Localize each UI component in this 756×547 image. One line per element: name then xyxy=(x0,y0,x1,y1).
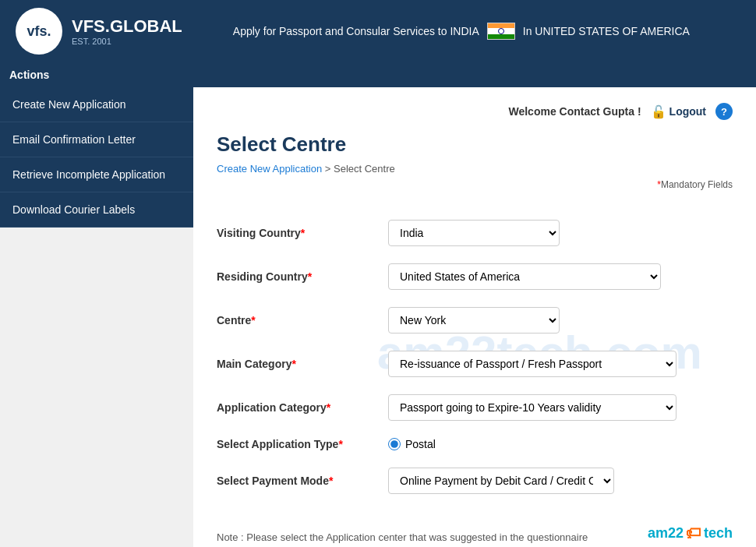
payment-mode-select[interactable]: Online Payment by Debit Card / Credit Ca… xyxy=(388,468,614,494)
visiting-country-row: Visiting Country* India xyxy=(217,217,733,249)
centre-label: Centre* xyxy=(217,304,388,337)
breadcrumb-current: Select Centre xyxy=(334,163,395,175)
app-type-postal-option[interactable]: Postal xyxy=(388,438,733,450)
sidebar-item-create-new-application[interactable]: Create New Application xyxy=(0,87,193,122)
logout-icon: 🔓 xyxy=(651,104,666,119)
app-category-row: Application Category* Passport going to … xyxy=(217,391,733,424)
form-section: Select Centre Create New Application > S… xyxy=(217,132,733,547)
sidebar-item-retrieve-incomplete-application[interactable]: Retrieve Incomplete Application xyxy=(0,157,193,192)
payment-mode-row: Select Payment Mode* Online Payment by D… xyxy=(217,464,733,497)
app-type-row: Select Application Type* Postal xyxy=(217,435,733,453)
centre-select[interactable]: New York xyxy=(388,307,560,333)
brand-est: EST. 2001 xyxy=(72,37,182,46)
main-category-select[interactable]: Re-issuance of Passport / Fresh Passport xyxy=(388,351,677,377)
centre-row: Centre* New York xyxy=(217,304,733,337)
residing-country-select[interactable]: United States of America xyxy=(388,263,661,290)
app-category-label: Application Category* xyxy=(217,391,388,424)
form-table: Visiting Country* India Residing Country… xyxy=(217,206,733,508)
payment-mode-label: Select Payment Mode* xyxy=(217,464,388,497)
residing-country-label: Residing Country* xyxy=(217,260,388,293)
main-category-label: Main Category* xyxy=(217,348,388,380)
app-category-select[interactable]: Passport going to Expire-10 Years validi… xyxy=(388,394,677,421)
content-area: am22tech.com Welcome Contact Gupta ! 🔓 L… xyxy=(193,87,756,547)
visiting-country-label: Visiting Country* xyxy=(217,217,388,249)
brand-tag-icon: 🏷 xyxy=(686,524,701,542)
page-title: Select Centre xyxy=(217,132,733,157)
logout-button[interactable]: 🔓 Logout xyxy=(651,104,706,119)
actions-bar: Actions xyxy=(0,62,756,87)
main-category-row: Main Category* Re-issuance of Passport /… xyxy=(217,348,733,380)
help-icon[interactable]: ? xyxy=(715,103,733,120)
mandatory-note: *Mandatory Fields xyxy=(217,179,733,190)
breadcrumb: Create New Application > Select Centre xyxy=(217,163,733,175)
visiting-country-select[interactable]: India xyxy=(388,220,560,246)
app-type-postal-radio[interactable] xyxy=(388,438,401,450)
content-topbar: Welcome Contact Gupta ! 🔓 Logout ? xyxy=(217,103,733,120)
vfs-logo: vfs. xyxy=(16,8,62,55)
header: vfs. VFS.GLOBAL EST. 2001 Apply for Pass… xyxy=(0,0,756,62)
sidebar-item-email-confirmation-letter[interactable]: Email Confirmation Letter xyxy=(0,122,193,157)
note-brand-row: Note : Please select the Application cen… xyxy=(217,524,733,543)
logo-area: vfs. VFS.GLOBAL EST. 2001 xyxy=(16,8,182,55)
brand-name: VFS.GLOBAL xyxy=(72,16,182,37)
header-tagline: Apply for Passport and Consular Services… xyxy=(182,23,740,40)
am22-brand: am22 🏷 tech xyxy=(648,524,733,542)
breadcrumb-separator: > xyxy=(325,163,334,175)
sidebar: Create New Application Email Confirmatio… xyxy=(0,87,193,547)
welcome-text: Welcome Contact Gupta ! xyxy=(508,105,641,118)
india-flag xyxy=(487,23,515,40)
sidebar-item-download-courier-labels[interactable]: Download Courier Labels xyxy=(0,192,193,228)
note-text: Note : Please select the Application cen… xyxy=(217,531,588,543)
main-layout: Create New Application Email Confirmatio… xyxy=(0,87,756,547)
breadcrumb-parent[interactable]: Create New Application xyxy=(217,163,322,175)
app-type-label: Select Application Type* xyxy=(217,435,388,453)
residing-country-row: Residing Country* United States of Ameri… xyxy=(217,260,733,293)
